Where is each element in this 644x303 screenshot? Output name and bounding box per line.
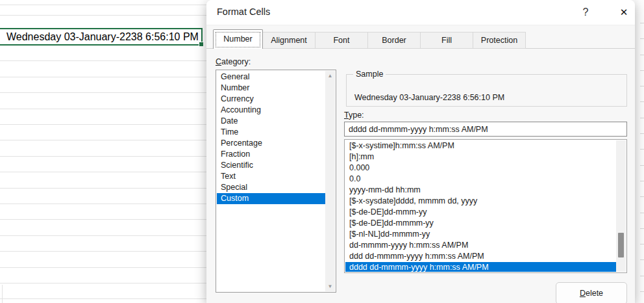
- sample-groupbox: Sample Wednesday 03-January-2238 6:56:10…: [346, 74, 627, 107]
- category-option-fraction[interactable]: Fraction: [217, 149, 325, 160]
- type-option-x-systime-h-mm-ss-am-pm[interactable]: [$-x-systime]h:mm:ss AM/PM: [345, 140, 616, 152]
- tab-border[interactable]: Border: [367, 32, 421, 49]
- category-label: Category:: [216, 57, 251, 66]
- type-option-0-000[interactable]: 0.000: [345, 163, 616, 174]
- tab-protection[interactable]: Protection: [473, 32, 526, 49]
- grid-row-line: [0, 5, 206, 5]
- close-icon[interactable]: ✕: [615, 5, 632, 20]
- scroll-up-icon[interactable]: ▲: [325, 71, 335, 81]
- grid-column-line: [2, 285, 3, 303]
- type-options: [$-x-systime]h:mm:ss AM/PM[h]:mm0.0000.0…: [345, 140, 616, 272]
- sample-value: Wednesday 03-January-2238 6:56:10 PM: [354, 93, 504, 102]
- type-listbox: [$-x-systime]h:mm:ss AM/PM[h]:mm0.0000.0…: [344, 139, 627, 273]
- category-option-text[interactable]: Text: [217, 171, 325, 182]
- category-option-custom[interactable]: Custom: [217, 193, 325, 204]
- type-option-de-de-dd-mmm-yy[interactable]: [$-de-DE]dd-mmm-yy: [345, 207, 616, 218]
- grid-rows: [640, 23, 644, 303]
- category-option-percentage[interactable]: Percentage: [217, 138, 325, 149]
- type-option-dddd-dd-mmmm-yyyy-h-mm-ss-am-pm[interactable]: dddd dd-mmmm-yyyy h:mm:ss AM/PM: [345, 262, 616, 272]
- category-listbox: GeneralNumberCurrencyAccountingDateTimeP…: [216, 70, 336, 293]
- type-option-x-sysdate-dddd-mmmm-dd-yyyy[interactable]: [$-x-sysdate]dddd, mmmm dd, yyyy: [345, 196, 616, 207]
- scrollbar-thumb[interactable]: [618, 233, 624, 257]
- type-option-ddd-dd-mmmm-yyyy-h-mm-ss-am-pm[interactable]: ddd dd-mmmm-yyyy h:mm:ss AM/PM: [345, 251, 616, 262]
- category-option-scientific[interactable]: Scientific: [217, 160, 325, 171]
- dialog-titlebar: Format Cells ? ✕: [206, 0, 635, 25]
- tab-number[interactable]: Number: [213, 29, 263, 49]
- format-cells-dialog: Format Cells ? ✕ NumberAlignmentFontBord…: [206, 0, 635, 303]
- fill-handle[interactable]: [199, 42, 204, 47]
- type-option-nl-nl-dd-mmmm-yy[interactable]: [$-nl-NL]dd-mmmm-yy: [345, 229, 616, 240]
- category-option-currency[interactable]: Currency: [217, 94, 325, 105]
- type-input[interactable]: [344, 122, 627, 137]
- selected-cell-value: Wednesday 03-January-2238 6:56:10 PM: [6, 31, 199, 42]
- category-option-date[interactable]: Date: [217, 116, 325, 127]
- tab-fill[interactable]: Fill: [420, 32, 473, 49]
- dialog-title: Format Cells: [217, 7, 270, 17]
- delete-button[interactable]: Delete: [556, 282, 627, 303]
- tab-alignment[interactable]: Alignment: [262, 32, 316, 49]
- dialog-tabs: NumberAlignmentFontBorderFillProtection: [213, 29, 526, 49]
- sample-label: Sample: [353, 70, 386, 79]
- grid-row-line: [0, 15, 206, 16]
- category-option-special[interactable]: Special: [217, 182, 325, 193]
- scroll-down-icon[interactable]: ▼: [325, 282, 335, 291]
- type-option-dd-mmmm-yyyy-h-mm-ss-am-pm[interactable]: dd-mmmm-yyyy h:mm:ss AM/PM: [345, 240, 616, 251]
- type-option-yyyy-mm-dd-hh-mm[interactable]: yyyy-mm-dd hh:mm: [345, 185, 616, 196]
- type-option-h-mm[interactable]: [h]:mm: [345, 152, 616, 163]
- category-option-number[interactable]: Number: [217, 83, 325, 94]
- type-scrollbar[interactable]: [616, 140, 626, 272]
- tab-font[interactable]: Font: [315, 32, 368, 49]
- type-label: Type:: [344, 111, 364, 120]
- category-option-time[interactable]: Time: [217, 127, 325, 138]
- selected-cell[interactable]: Wednesday 03-January-2238 6:56:10 PM: [0, 28, 203, 46]
- help-icon[interactable]: ?: [578, 5, 593, 20]
- type-option-0-0[interactable]: 0.0: [345, 174, 616, 185]
- worksheet-grid-right: [635, 0, 644, 303]
- worksheet-grid: Wednesday 03-January-2238 6:56:10 PM: [0, 0, 206, 303]
- type-option-de-de-dd-mmmm-yy[interactable]: [$-de-DE]dd-mmmm-yy: [345, 218, 616, 229]
- category-options: GeneralNumberCurrencyAccountingDateTimeP…: [217, 72, 325, 291]
- category-option-accounting[interactable]: Accounting: [217, 105, 325, 116]
- grid-rows: [0, 46, 206, 303]
- category-option-general[interactable]: General: [217, 72, 325, 83]
- category-scrollbar[interactable]: ▲ ▼: [325, 71, 335, 291]
